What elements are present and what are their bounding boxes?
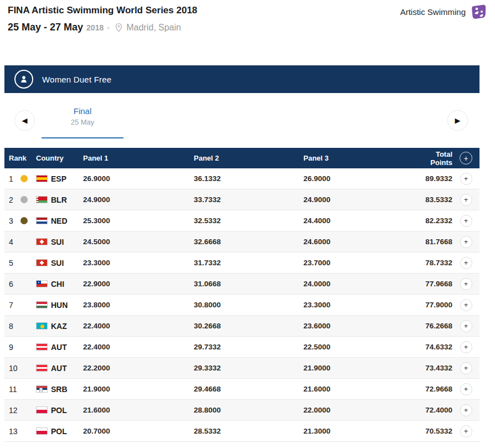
total-points: 83.5332 xyxy=(414,195,452,204)
panel1-score: 22.2000 xyxy=(83,364,194,372)
expand-row-button[interactable]: + xyxy=(460,257,472,269)
expand-row-button[interactable]: + xyxy=(460,173,472,185)
panel3-score: 22.0000 xyxy=(303,406,414,414)
panel3-score: 23.6000 xyxy=(303,322,414,330)
table-row: 11 SRB 21.9000 29.4668 21.6000 72.9668 + xyxy=(4,379,479,400)
plus-icon: + xyxy=(464,195,468,204)
panel1-score: 23.3000 xyxy=(83,259,194,267)
country-code: SUI xyxy=(51,238,64,246)
rank-value: 2 xyxy=(9,195,16,204)
event-year: 2018 xyxy=(86,23,104,32)
expand-row-button[interactable]: + xyxy=(460,320,472,332)
rank-cell: 11 xyxy=(9,385,36,394)
rank-value: 5 xyxy=(9,259,16,267)
next-round-button[interactable]: ▶ xyxy=(447,110,468,131)
panel2-score: 29.7332 xyxy=(194,343,303,351)
table-header-row: Rank Country Panel 1 Panel 2 Panel 3 Tot… xyxy=(4,148,479,168)
rank-cell: 4 xyxy=(9,238,36,246)
rank-value: 4 xyxy=(9,238,16,246)
panel1-score: 22.4000 xyxy=(83,322,194,330)
table-row: 1 ESP 26.9000 36.1332 26.9000 89.9332 + xyxy=(4,168,479,189)
panel1-score: 21.9000 xyxy=(83,385,194,393)
country-flag-icon xyxy=(36,175,48,182)
panel3-score: 21.9000 xyxy=(303,364,414,372)
header-total-points: Total Points xyxy=(414,150,452,167)
plus-icon: + xyxy=(464,364,468,372)
event-date-range: 25 May - 27 May xyxy=(8,22,83,33)
panel2-score: 28.8000 xyxy=(194,406,303,414)
rank-cell: 1 xyxy=(9,174,36,183)
panel2-score: 36.1332 xyxy=(194,174,303,183)
country-code: SRB xyxy=(51,385,68,394)
person-icon xyxy=(14,70,33,89)
plus-icon: + xyxy=(464,238,468,246)
table-row: 9 AUT 22.4000 29.7332 22.5000 74.6332 + xyxy=(4,337,479,358)
total-points: 74.6332 xyxy=(414,343,452,351)
separator: - xyxy=(107,23,110,32)
plus-icon: + xyxy=(464,427,468,435)
panel3-score: 24.0000 xyxy=(303,280,414,288)
expand-row-button[interactable]: + xyxy=(460,215,472,227)
country-cell: KAZ xyxy=(36,322,83,331)
rank-cell: 12 xyxy=(9,406,36,415)
expand-row-button[interactable]: + xyxy=(460,341,472,353)
header-country: Country xyxy=(36,154,83,162)
country-flag-icon xyxy=(36,259,48,266)
expand-row-button[interactable]: + xyxy=(460,362,472,374)
panel2-score: 31.7332 xyxy=(194,259,303,267)
country-cell: POL xyxy=(36,406,83,415)
panel3-score: 21.6000 xyxy=(303,385,414,393)
country-code: SUI xyxy=(51,259,64,267)
panel1-score: 23.8000 xyxy=(83,301,194,309)
expand-row-button[interactable]: + xyxy=(460,278,472,290)
table-row: 7 HUN 23.8000 30.8000 23.3000 77.9000 + xyxy=(4,295,479,316)
country-flag-icon xyxy=(36,196,48,203)
expand-row-button[interactable]: + xyxy=(460,194,472,206)
rank-cell: 10 xyxy=(9,364,36,373)
expand-row-button[interactable]: + xyxy=(460,404,472,416)
rank-value: 9 xyxy=(9,343,16,352)
panel3-score: 24.6000 xyxy=(303,238,414,246)
event-subheader: 25 May - 27 May 2018 - Madrid, Spain xyxy=(8,22,197,33)
total-points: 70.5332 xyxy=(414,427,452,435)
expand-row-button[interactable]: + xyxy=(460,299,472,311)
panel3-score: 24.9000 xyxy=(303,195,414,204)
tab-final[interactable]: Final 25 May xyxy=(42,106,123,138)
rank-cell: 8 xyxy=(9,322,36,331)
tab-date: 25 May xyxy=(42,118,123,126)
total-points: 77.9000 xyxy=(414,301,452,309)
plus-icon: + xyxy=(464,301,468,309)
expand-row-button[interactable]: + xyxy=(460,425,472,437)
total-points: 82.2332 xyxy=(414,217,452,225)
total-points: 76.2668 xyxy=(414,322,452,330)
page: FINA Artistic Swimming World Series 2018… xyxy=(0,0,495,448)
table-row: 13 POL 20.7000 28.5332 21.3000 70.5332 + xyxy=(4,421,479,442)
country-code: KAZ xyxy=(51,322,67,331)
rank-value: 12 xyxy=(9,406,18,415)
country-cell: POL xyxy=(36,427,83,436)
expand-row-button[interactable]: + xyxy=(460,383,472,395)
rank-cell: 6 xyxy=(9,280,36,289)
medal-icon xyxy=(20,217,28,224)
country-cell: NED xyxy=(36,217,83,225)
country-cell: SRB xyxy=(36,385,83,394)
country-flag-icon xyxy=(36,428,48,435)
rank-value: 13 xyxy=(9,427,18,436)
plus-icon: + xyxy=(464,343,468,351)
expand-all-button[interactable]: + xyxy=(460,152,472,164)
prev-round-button[interactable]: ◀ xyxy=(14,110,35,131)
plus-icon: + xyxy=(463,154,468,163)
country-flag-icon xyxy=(36,301,48,308)
total-points: 77.9668 xyxy=(414,280,452,288)
artistic-swimming-icon xyxy=(471,4,487,19)
country-flag-icon xyxy=(36,322,48,329)
panel3-score: 23.7000 xyxy=(303,259,414,267)
expand-row-button[interactable]: + xyxy=(460,236,472,248)
country-code: AUT xyxy=(51,364,67,373)
panel2-score: 29.4668 xyxy=(194,385,303,393)
panel1-score: 22.9000 xyxy=(83,280,194,288)
panel1-score: 24.5000 xyxy=(83,238,194,246)
round-carousel: ◀ Final 25 May ▶ xyxy=(4,93,479,144)
country-cell: AUT xyxy=(36,343,83,352)
rank-value: 1 xyxy=(9,174,16,183)
